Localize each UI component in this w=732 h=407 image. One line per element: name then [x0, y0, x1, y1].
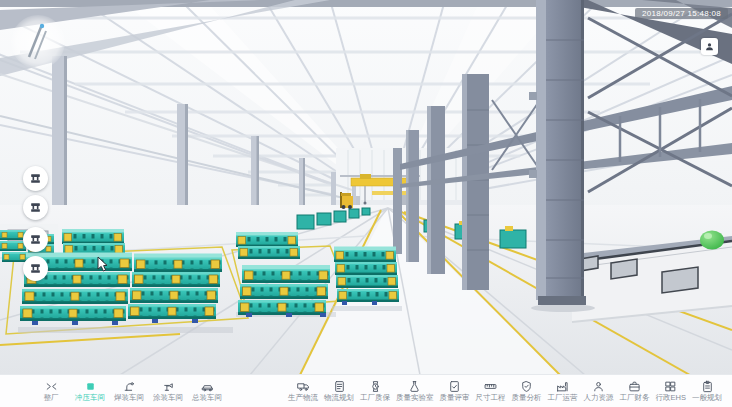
stamping-workshop-icon [84, 380, 97, 393]
toolbar-item-label: 物流规划 [324, 394, 354, 402]
shield-icon [520, 380, 533, 393]
toolbar-item-logistics-planning[interactable]: 物流规划 [324, 380, 354, 402]
toolbar-item-painting-workshop[interactable]: 涂装车间 [153, 380, 183, 402]
toolbar-item-assembly-workshop[interactable]: 总装车间 [192, 380, 222, 402]
toolbar-item-label: 行政EHS [656, 394, 686, 402]
side-button-press-1[interactable] [23, 166, 48, 191]
toolbar-item-general-planning[interactable]: 一般规划 [692, 380, 722, 402]
toolbar-item-label: 工厂质保 [360, 394, 390, 402]
toolbar-item-human-resources[interactable]: 人力资源 [584, 380, 614, 402]
press-machine-icon [29, 201, 42, 214]
clipboard-icon [701, 380, 714, 393]
ruler-icon [484, 380, 497, 393]
compass-needle-icon [11, 15, 65, 69]
toolbar-item-label: 焊装车间 [114, 394, 144, 402]
toolbar-item-factory-quality-assurance[interactable]: 工厂质保 [360, 380, 390, 402]
toolbar-item-quality-lab[interactable]: 质量实验室 [396, 380, 434, 402]
review-check-icon [448, 380, 461, 393]
toolbar-item-label: 工厂财务 [620, 394, 650, 402]
side-button-press-3[interactable] [23, 227, 48, 252]
factory-icon [556, 380, 569, 393]
toolbar-item-label: 冲压车间 [75, 394, 105, 402]
toolbar-item-production-logistics[interactable]: 生产物流 [288, 380, 318, 402]
toolbar-item-label: 质量分析 [512, 394, 542, 402]
compass-widget[interactable] [11, 15, 65, 69]
viewport-3d[interactable] [0, 0, 732, 375]
truck-icon [297, 380, 310, 393]
document-icon [333, 380, 346, 393]
person-icon [592, 380, 605, 393]
press-machine-icon [29, 262, 42, 275]
toolbar-item-factory-finance[interactable]: 工厂财务 [620, 380, 650, 402]
painting-workshop-icon [162, 380, 175, 393]
toolbar-item-label: 尺寸工程 [476, 394, 506, 402]
toolbar-item-label: 工厂运营 [548, 394, 578, 402]
toolbar-item-plant-overview[interactable]: 整厂 [36, 380, 66, 402]
press-machine-icon [29, 233, 42, 246]
side-button-press-4[interactable] [23, 256, 48, 281]
toolbar-item-quality-analysis[interactable]: 质量分析 [512, 380, 542, 402]
flask-icon [408, 380, 421, 393]
side-button-press-2[interactable] [23, 195, 48, 220]
watch-icon [369, 380, 382, 393]
toolbar-item-dimension-engineering[interactable]: 尺寸工程 [476, 380, 506, 402]
briefcase-icon [628, 380, 641, 393]
toolbar-item-stamping-workshop[interactable]: 冲压车间 [75, 380, 105, 402]
plant-overview-icon [45, 380, 58, 393]
toolbar-item-label: 人力资源 [584, 394, 614, 402]
welding-workshop-icon [123, 380, 136, 393]
green-status-marker[interactable] [700, 231, 724, 250]
workshop-nav-group: 整厂 冲压车间 焊装车间 涂装车间 总装车间 [36, 380, 222, 402]
user-icon [704, 41, 715, 52]
toolbar-item-admin-ehs[interactable]: 行政EHS [656, 380, 686, 402]
module-nav-group: 生产物流 物流规划 工厂质保 质量实验室 质量评审 尺寸工程 [288, 380, 722, 402]
toolbar-item-quality-review[interactable]: 质量评审 [440, 380, 470, 402]
grid-icon [664, 380, 677, 393]
timestamp: 2018/09/27 15:48:08 [635, 8, 728, 19]
toolbar-item-label: 生产物流 [288, 394, 318, 402]
toolbar-item-label: 质量实验室 [396, 394, 434, 402]
toolbar-item-label: 一般规划 [692, 394, 722, 402]
press-machine-icon [29, 172, 42, 185]
toolbar-item-label: 质量评审 [440, 394, 470, 402]
toolbar-item-factory-operations[interactable]: 工厂运营 [548, 380, 578, 402]
assembly-workshop-icon [201, 380, 214, 393]
toolbar-item-label: 涂装车间 [153, 394, 183, 402]
digital-factory-app: 2018/09/27 15:48:08 整厂 冲压车间 [0, 0, 732, 407]
toolbar-item-label: 整厂 [44, 394, 59, 402]
bottom-toolbar: 整厂 冲压车间 焊装车间 涂装车间 总装车间 生产物流 [0, 374, 732, 407]
user-button[interactable] [701, 38, 718, 55]
toolbar-item-welding-workshop[interactable]: 焊装车间 [114, 380, 144, 402]
toolbar-item-label: 总装车间 [192, 394, 222, 402]
